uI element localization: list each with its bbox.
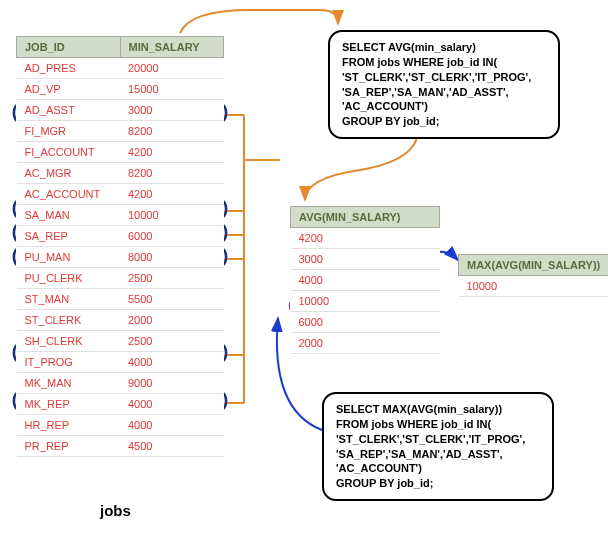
table-row: AC_ACCOUNT4200 xyxy=(17,184,224,205)
jobs-cell-min-salary: 2000 xyxy=(120,310,224,331)
table-row: SH_CLERK2500 xyxy=(17,331,224,352)
table-row: 4000 xyxy=(291,270,440,291)
avg-cell: 3000 xyxy=(291,249,440,270)
jobs-cell-job-id: AD_VP xyxy=(17,79,121,100)
table-row: AD_ASST3000 xyxy=(17,100,224,121)
jobs-cell-job-id: IT_PROG xyxy=(17,352,121,373)
jobs-table: JOB_ID MIN_SALARY AD_PRES20000AD_VP15000… xyxy=(16,36,224,457)
table-row: AD_PRES20000 xyxy=(17,58,224,79)
jobs-cell-min-salary: 4500 xyxy=(120,436,224,457)
table-row: MK_MAN9000 xyxy=(17,373,224,394)
jobs-cell-min-salary: 4000 xyxy=(120,415,224,436)
table-row: PU_MAN8000 xyxy=(17,247,224,268)
table-row: PU_CLERK2500 xyxy=(17,268,224,289)
sql-line: 'AC_ACCOUNT') xyxy=(336,461,540,476)
jobs-cell-min-salary: 6000 xyxy=(120,226,224,247)
table-row: AD_VP15000 xyxy=(17,79,224,100)
table-row: 10000 xyxy=(291,291,440,312)
jobs-cell-min-salary: 8000 xyxy=(120,247,224,268)
table-row: HR_REP4000 xyxy=(17,415,224,436)
avg-table: AVG(MIN_SALARY) 420030004000100006000200… xyxy=(290,206,440,354)
table-row: PR_REP4500 xyxy=(17,436,224,457)
jobs-cell-min-salary: 4000 xyxy=(120,394,224,415)
avg-cell: 4200 xyxy=(291,228,440,249)
sql-line: GROUP BY job_id; xyxy=(336,476,540,491)
jobs-cell-job-id: MK_MAN xyxy=(17,373,121,394)
avg-cell: 2000 xyxy=(291,333,440,354)
table-row: ST_CLERK2000 xyxy=(17,310,224,331)
sql-line: 'SA_REP','SA_MAN','AD_ASST', xyxy=(336,447,540,462)
table-row: SA_MAN10000 xyxy=(17,205,224,226)
jobs-cell-job-id: SH_CLERK xyxy=(17,331,121,352)
jobs-cell-min-salary: 9000 xyxy=(120,373,224,394)
sql-line: SELECT MAX(AVG(min_salary)) xyxy=(336,402,540,417)
sql-box-avg: SELECT AVG(min_salary) FROM jobs WHERE j… xyxy=(328,30,560,139)
jobs-col-min-salary: MIN_SALARY xyxy=(120,37,224,58)
jobs-cell-min-salary: 3000 xyxy=(120,100,224,121)
jobs-cell-min-salary: 2500 xyxy=(120,331,224,352)
sql-box-max: SELECT MAX(AVG(min_salary)) FROM jobs WH… xyxy=(322,392,554,501)
sql-line: SELECT AVG(min_salary) xyxy=(342,40,546,55)
jobs-cell-min-salary: 4200 xyxy=(120,142,224,163)
table-row: 4200 xyxy=(291,228,440,249)
jobs-cell-min-salary: 20000 xyxy=(120,58,224,79)
avg-cell: 10000 xyxy=(291,291,440,312)
table-row: 10000 xyxy=(459,276,609,297)
table-row: IT_PROG4000 xyxy=(17,352,224,373)
jobs-cell-job-id: ST_CLERK xyxy=(17,310,121,331)
sql-line: 'ST_CLERK','ST_CLERK','IT_PROG', xyxy=(342,70,546,85)
jobs-cell-min-salary: 10000 xyxy=(120,205,224,226)
jobs-cell-min-salary: 4200 xyxy=(120,184,224,205)
table-row: 2000 xyxy=(291,333,440,354)
max-cell: 10000 xyxy=(459,276,609,297)
jobs-table-label: jobs xyxy=(100,502,131,519)
avg-cell: 4000 xyxy=(291,270,440,291)
table-row: SA_REP6000 xyxy=(17,226,224,247)
table-row: FI_ACCOUNT4200 xyxy=(17,142,224,163)
sql-line: 'AC_ACCOUNT') xyxy=(342,99,546,114)
jobs-col-job-id: JOB_ID xyxy=(17,37,121,58)
sql-line: GROUP BY job_id; xyxy=(342,114,546,129)
avg-cell: 6000 xyxy=(291,312,440,333)
jobs-cell-job-id: PU_CLERK xyxy=(17,268,121,289)
table-row: ST_MAN5500 xyxy=(17,289,224,310)
jobs-cell-job-id: PR_REP xyxy=(17,436,121,457)
jobs-cell-job-id: ST_MAN xyxy=(17,289,121,310)
jobs-cell-job-id: AD_PRES xyxy=(17,58,121,79)
jobs-cell-job-id: FI_MGR xyxy=(17,121,121,142)
table-row: AC_MGR8200 xyxy=(17,163,224,184)
sql-line: FROM jobs WHERE job_id IN( xyxy=(342,55,546,70)
jobs-cell-job-id: FI_ACCOUNT xyxy=(17,142,121,163)
jobs-cell-job-id: AC_ACCOUNT xyxy=(17,184,121,205)
jobs-cell-job-id: SA_MAN xyxy=(17,205,121,226)
sql-line: 'SA_REP','SA_MAN','AD_ASST', xyxy=(342,85,546,100)
jobs-cell-min-salary: 8200 xyxy=(120,121,224,142)
jobs-cell-min-salary: 15000 xyxy=(120,79,224,100)
sql-line: 'ST_CLERK','ST_CLERK','IT_PROG', xyxy=(336,432,540,447)
jobs-cell-min-salary: 4000 xyxy=(120,352,224,373)
avg-col-header: AVG(MIN_SALARY) xyxy=(291,207,440,228)
table-row: 3000 xyxy=(291,249,440,270)
jobs-cell-job-id: MK_REP xyxy=(17,394,121,415)
table-row: MK_REP4000 xyxy=(17,394,224,415)
jobs-cell-job-id: AD_ASST xyxy=(17,100,121,121)
table-row: 6000 xyxy=(291,312,440,333)
max-table: MAX(AVG(MIN_SALARY)) 10000 xyxy=(458,254,608,297)
jobs-cell-job-id: AC_MGR xyxy=(17,163,121,184)
jobs-cell-min-salary: 8200 xyxy=(120,163,224,184)
sql-line: FROM jobs WHERE job_id IN( xyxy=(336,417,540,432)
jobs-cell-job-id: PU_MAN xyxy=(17,247,121,268)
jobs-cell-min-salary: 5500 xyxy=(120,289,224,310)
jobs-cell-min-salary: 2500 xyxy=(120,268,224,289)
jobs-cell-job-id: HR_REP xyxy=(17,415,121,436)
max-col-header: MAX(AVG(MIN_SALARY)) xyxy=(459,255,609,276)
jobs-cell-job-id: SA_REP xyxy=(17,226,121,247)
table-row: FI_MGR8200 xyxy=(17,121,224,142)
